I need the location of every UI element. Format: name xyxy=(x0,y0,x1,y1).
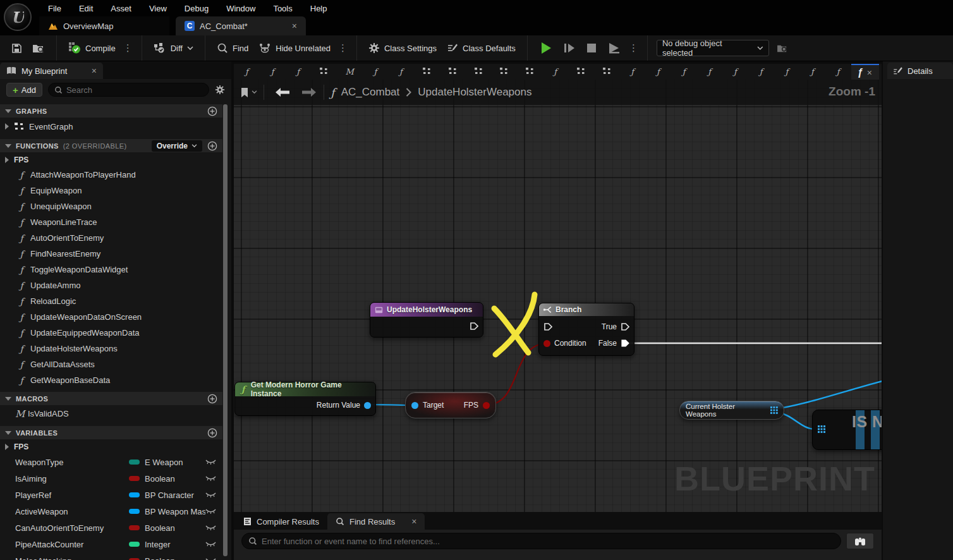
find-references-input[interactable] xyxy=(262,537,834,546)
node-get-fps[interactable]: Target FPS xyxy=(405,392,496,418)
add-macro-icon[interactable] xyxy=(207,394,217,404)
macro-item-isvalidads[interactable]: M IsValidADS xyxy=(0,405,222,422)
debug-object-dropdown[interactable]: No debug object selected xyxy=(657,40,769,56)
macros-section-header[interactable]: MACROS xyxy=(0,392,222,405)
find-references-search[interactable] xyxy=(241,533,841,549)
function-item[interactable]: ƒUpdateWeaponDataOnScreen xyxy=(0,309,222,325)
bool-pin-condition[interactable] xyxy=(543,340,550,347)
function-item[interactable]: ƒWeaponLineTrace xyxy=(0,214,222,230)
variable-row[interactable]: IsAimingBoolean xyxy=(0,470,222,487)
graph-doc-tab-icon[interactable] xyxy=(465,67,491,76)
breadcrumb-current[interactable]: UpdateHolsterWeapons xyxy=(418,86,531,99)
eject-button[interactable] xyxy=(602,39,626,58)
close-icon[interactable]: × xyxy=(292,21,297,31)
tab-ac-combat[interactable]: C AC_Combat* × xyxy=(176,16,306,35)
function-item[interactable]: ƒUnequipWeapon xyxy=(0,198,222,214)
variables-section-header[interactable]: VARIABLES xyxy=(0,426,222,439)
graph-doc-tab-icon[interactable] xyxy=(414,67,440,76)
functions-section-header[interactable]: FUNCTIONS (2 OVERRIDABLE) Override xyxy=(0,139,222,152)
override-dropdown[interactable]: Override xyxy=(152,140,202,152)
function-item[interactable]: ƒReloadLogic xyxy=(0,293,222,309)
array-pin-out[interactable] xyxy=(770,406,778,414)
graph-doc-tab-icon[interactable] xyxy=(440,67,466,76)
node-get-game-instance[interactable]: ƒ Get Modern Horror Game Instance Return… xyxy=(234,382,376,416)
add-graph-icon[interactable] xyxy=(207,106,217,116)
macro-doc-tab-icon[interactable]: M xyxy=(337,67,363,76)
graph-doc-tab-icon[interactable] xyxy=(517,67,543,76)
save-button[interactable] xyxy=(6,40,27,57)
close-icon[interactable]: × xyxy=(411,516,416,527)
eye-closed-icon[interactable] xyxy=(205,525,216,531)
nav-forward-icon[interactable] xyxy=(301,87,317,97)
menu-tools[interactable]: Tools xyxy=(264,1,301,16)
function-doc-tab-icon[interactable]: ƒ xyxy=(285,67,311,76)
function-item[interactable]: ƒGetAllDataAssets xyxy=(0,356,222,372)
bool-pin-fps-out[interactable] xyxy=(483,402,490,409)
find-button[interactable]: Find xyxy=(212,39,253,57)
function-doc-tab-icon[interactable]: ƒ xyxy=(260,67,286,76)
function-doc-tab-icon[interactable]: ƒ xyxy=(645,67,671,76)
unreal-logo[interactable]: U xyxy=(4,3,32,31)
functions-category-fps[interactable]: FPS xyxy=(0,152,222,167)
tab-details[interactable]: Details xyxy=(887,63,953,79)
function-item[interactable]: ƒUpdateHolsterWeapons xyxy=(0,341,222,356)
variable-row[interactable]: CanAutoOrientToEnemyBoolean xyxy=(0,520,222,536)
function-item[interactable]: ƒToggleWeaponDataWidget xyxy=(0,262,222,277)
hide-unrelated-options-icon[interactable]: ⋮ xyxy=(336,42,350,54)
eye-closed-icon[interactable] xyxy=(205,492,216,498)
array-pin-in[interactable] xyxy=(818,425,825,433)
variable-row[interactable]: MeleeAttackingBoolean xyxy=(0,552,222,560)
compile-options-icon[interactable]: ⋮ xyxy=(121,42,135,54)
eye-closed-icon[interactable] xyxy=(205,475,216,482)
eventgraph-item[interactable]: EventGraph xyxy=(0,118,222,135)
variable-row[interactable]: ActiveWeaponBP Weapon Mast xyxy=(0,503,222,520)
close-icon[interactable]: × xyxy=(92,66,97,76)
graph-doc-tab-icon[interactable] xyxy=(568,67,594,76)
hide-unrelated-button[interactable]: Hide Unrelated xyxy=(253,40,336,57)
variables-category-fps[interactable]: FPS xyxy=(0,439,222,454)
frame-skip-button[interactable] xyxy=(558,39,581,58)
function-doc-tab-icon[interactable]: ƒ xyxy=(774,67,799,76)
tab-my-blueprint[interactable]: My Blueprint × xyxy=(0,63,103,79)
play-button[interactable] xyxy=(534,38,558,58)
add-button[interactable]: + Add xyxy=(6,83,42,97)
nav-back-icon[interactable] xyxy=(274,87,291,97)
node-updateholsterweapons-entry[interactable]: UpdateHolsterWeapons xyxy=(370,302,483,338)
tab-compiler-results[interactable]: Compiler Results xyxy=(235,513,327,530)
function-item[interactable]: ƒAttachWeaponToPlayerHand xyxy=(0,167,222,183)
class-settings-button[interactable]: Class Settings xyxy=(363,39,442,57)
debug-browse-button[interactable] xyxy=(772,40,793,56)
tab-find-results[interactable]: Find Results × xyxy=(327,513,425,530)
node-branch[interactable]: Branch True Condition False xyxy=(538,303,634,356)
tab-overviewmap[interactable]: OverviewMap xyxy=(39,16,169,35)
add-function-icon[interactable] xyxy=(207,141,217,151)
search-input[interactable] xyxy=(66,85,203,95)
exec-pin-true[interactable] xyxy=(621,322,629,331)
active-doc-tab[interactable]: ƒ× xyxy=(851,64,879,80)
exec-pin-out[interactable] xyxy=(470,322,478,331)
graph-doc-tab-icon[interactable] xyxy=(491,67,517,76)
menu-file[interactable]: File xyxy=(39,1,70,16)
function-doc-tab-icon[interactable]: ƒ xyxy=(619,67,645,76)
function-doc-tab-icon[interactable]: ƒ xyxy=(748,67,774,76)
function-doc-tab-icon[interactable]: ƒ xyxy=(234,67,260,76)
compile-button[interactable]: Compile xyxy=(63,39,121,58)
eye-closed-icon[interactable] xyxy=(205,541,216,547)
close-icon[interactable]: × xyxy=(867,68,872,78)
panel-scrollbar[interactable] xyxy=(223,104,228,556)
browse-button[interactable] xyxy=(27,40,50,57)
function-item[interactable]: ƒFindNearestEnemy xyxy=(0,246,222,262)
function-doc-tab-icon[interactable]: ƒ xyxy=(722,67,748,76)
play-options-icon[interactable]: ⋮ xyxy=(626,42,641,54)
blueprint-search[interactable] xyxy=(48,83,209,97)
object-pin-target[interactable] xyxy=(411,402,418,409)
menu-help[interactable]: Help xyxy=(301,1,336,16)
exec-pin-in[interactable] xyxy=(543,322,552,331)
eye-closed-icon[interactable] xyxy=(205,557,216,560)
graph-doc-tab-icon[interactable] xyxy=(311,67,337,76)
blueprint-graph-canvas[interactable]: UpdateHolsterWeapons Branch True Conditi… xyxy=(234,80,882,512)
find-in-blueprints-button[interactable] xyxy=(846,533,874,549)
menu-window[interactable]: Window xyxy=(217,1,264,16)
function-doc-tab-icon[interactable]: ƒ xyxy=(542,67,568,76)
menu-asset[interactable]: Asset xyxy=(102,1,140,16)
